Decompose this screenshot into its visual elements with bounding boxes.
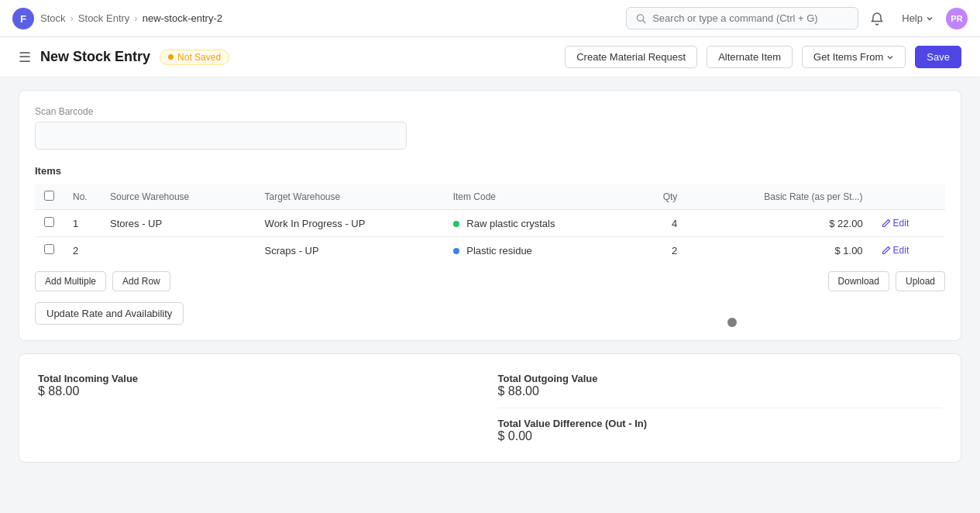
row-2-checkbox[interactable] <box>44 244 54 254</box>
th-item-code: Item Code <box>444 184 634 210</box>
summary-card: Total Incoming Value $ 88.00 Total Outgo… <box>19 353 961 463</box>
select-all-checkbox[interactable] <box>44 191 54 201</box>
save-button[interactable]: Save <box>915 46 961 68</box>
row-1-rate: $ 22.00 <box>686 210 872 237</box>
th-source-warehouse: Source Warehouse <box>101 184 256 210</box>
row-1-qty: 4 <box>634 210 686 237</box>
th-qty: Qty <box>634 184 686 210</box>
top-navigation: F Stock › Stock Entry › new-stock-entry-… <box>0 0 980 37</box>
th-basic-rate: Basic Rate (as per St...) <box>686 184 872 210</box>
table-header-row: No. Source Warehouse Target Warehouse It… <box>35 184 945 210</box>
get-items-from-button[interactable]: Get Items From <box>802 46 906 68</box>
total-outgoing-section: Total Outgoing Value $ 88.00 Total Value… <box>498 373 943 443</box>
create-material-request-button[interactable]: Create Material Request <box>565 46 697 68</box>
breadcrumb: Stock › Stock Entry › new-stock-entry-2 <box>40 12 222 24</box>
edit-icon <box>882 219 891 228</box>
table-row: 2 Scraps - UP Plastic residue 2 $ 1.00 <box>35 237 945 264</box>
row-1-checkbox[interactable] <box>44 217 54 227</box>
breadcrumb-sep-2: › <box>134 12 137 24</box>
app-logo[interactable]: F <box>12 8 34 29</box>
add-row-button[interactable]: Add Row <box>112 271 170 291</box>
total-outgoing-label: Total Outgoing Value <box>498 373 943 384</box>
row-2-source-warehouse <box>101 237 256 264</box>
items-table: No. Source Warehouse Target Warehouse It… <box>35 184 945 263</box>
scan-barcode-card: Scan Barcode Items No. Source Warehouse … <box>19 90 961 341</box>
th-select-all[interactable] <box>35 184 64 210</box>
search-input[interactable] <box>652 12 848 24</box>
help-label: Help <box>902 12 923 24</box>
row-1-target-warehouse: Work In Progress - UP <box>256 210 444 237</box>
row-1-edit-cell[interactable]: Edit <box>872 210 945 237</box>
row-2-item-code: Plastic residue <box>444 237 634 264</box>
update-rate-container: Update Rate and Availability <box>35 302 945 325</box>
row-1-item-code: Raw plastic crystals <box>444 210 634 237</box>
svg-line-3 <box>643 20 645 22</box>
sidebar-toggle[interactable]: ☰ <box>19 49 31 66</box>
total-diff-value: $ 0.00 <box>498 429 943 443</box>
row-2-target-warehouse: Scraps - UP <box>256 237 444 264</box>
row-2-qty: 2 <box>634 237 686 264</box>
not-saved-label: Not Saved <box>177 52 221 63</box>
items-section-title: Items <box>35 165 945 177</box>
total-diff-label: Total Value Difference (Out - In) <box>498 418 943 429</box>
chevron-down-icon <box>886 53 894 61</box>
notification-bell[interactable] <box>865 6 889 31</box>
table-actions: Add Multiple Add Row Download Upload <box>35 271 945 291</box>
row-1-no: 1 <box>64 210 101 237</box>
help-menu[interactable]: Help <box>896 9 940 27</box>
table-row: 1 Stores - UP Work In Progress - UP Raw … <box>35 210 945 237</box>
breadcrumb-stock[interactable]: Stock <box>40 12 66 24</box>
row-2-no: 2 <box>64 237 101 264</box>
not-saved-dot <box>168 54 174 60</box>
not-saved-badge: Not Saved <box>160 50 229 65</box>
update-rate-availability-button[interactable]: Update Rate and Availability <box>35 302 184 325</box>
main-content: Scan Barcode Items No. Source Warehouse … <box>0 77 980 475</box>
item-status-dot <box>453 221 459 227</box>
th-target-warehouse: Target Warehouse <box>256 184 444 210</box>
total-outgoing-value: $ 88.00 <box>498 384 943 398</box>
total-incoming-value: $ 88.00 <box>38 384 483 398</box>
item-status-dot <box>453 248 459 254</box>
chevron-down-icon <box>926 15 934 22</box>
row-1-checkbox-cell[interactable] <box>35 210 64 237</box>
breadcrumb-current: new-stock-entry-2 <box>143 12 222 24</box>
search-bar[interactable] <box>626 7 858 29</box>
row-2-checkbox-cell[interactable] <box>35 237 64 264</box>
upload-button[interactable]: Upload <box>896 271 945 291</box>
th-no: No. <box>64 184 101 210</box>
add-multiple-button[interactable]: Add Multiple <box>35 271 106 291</box>
breadcrumb-sep-1: › <box>70 12 74 24</box>
total-incoming-section: Total Incoming Value $ 88.00 <box>38 373 483 443</box>
row-2-edit-button[interactable]: Edit <box>882 245 936 256</box>
page-title: New Stock Entry <box>40 49 150 65</box>
scan-barcode-label: Scan Barcode <box>35 106 945 117</box>
total-incoming-label: Total Incoming Value <box>38 373 483 384</box>
summary-divider <box>498 408 943 408</box>
user-avatar[interactable]: PR <box>946 8 968 29</box>
download-button[interactable]: Download <box>828 271 889 291</box>
edit-icon <box>882 246 891 255</box>
search-icon <box>636 13 646 24</box>
svg-text:F: F <box>20 13 26 25</box>
row-1-source-warehouse: Stores - UP <box>101 210 256 237</box>
scan-barcode-input[interactable] <box>35 122 407 150</box>
breadcrumb-stock-entry[interactable]: Stock Entry <box>78 12 129 24</box>
alternate-item-button[interactable]: Alternate Item <box>707 46 793 68</box>
th-actions <box>872 184 945 210</box>
row-1-edit-button[interactable]: Edit <box>882 218 936 229</box>
row-2-edit-cell[interactable]: Edit <box>872 237 945 264</box>
page-header: ☰ New Stock Entry Not Saved Create Mater… <box>0 37 980 77</box>
row-2-rate: $ 1.00 <box>686 237 872 264</box>
